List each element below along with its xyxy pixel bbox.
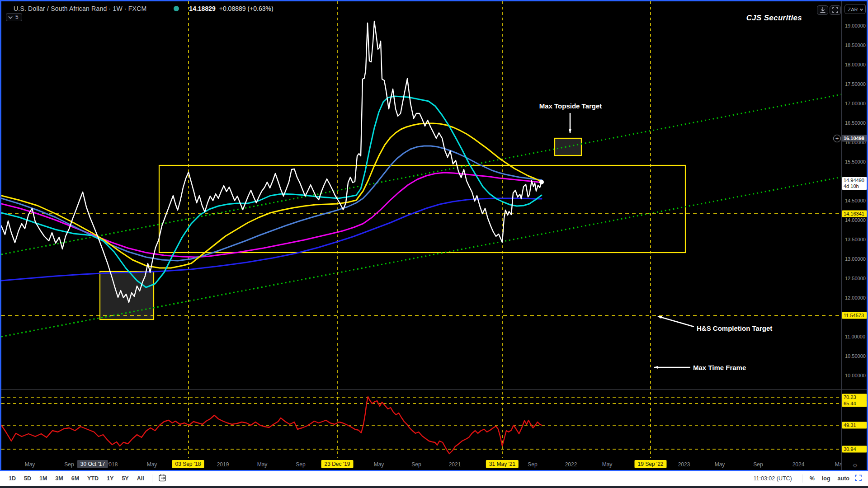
price-tick: 10.50000	[845, 353, 866, 359]
sun-icon: ☼	[852, 461, 859, 469]
symbol-header: U.S. Dollar / South African Rand · 1W · …	[14, 4, 274, 14]
calendar-arrow-icon	[159, 474, 167, 482]
max-time-frame-label: Max Time Frame	[693, 364, 746, 371]
price-label-badge: 65.44	[842, 400, 867, 407]
time-tick: 2019	[217, 461, 229, 468]
fullscreen-button[interactable]	[830, 5, 841, 15]
time-tick: May	[257, 461, 268, 468]
range-button-1y[interactable]: 1Y	[103, 474, 118, 483]
fullscreen-icon	[832, 7, 838, 13]
time-tick: 2021	[449, 461, 461, 468]
price-label-badge: 11.54573	[842, 312, 867, 319]
price-tick: 14.50000	[845, 198, 866, 203]
max-topside-target-label: Max Topside Target	[539, 102, 602, 110]
toolbar-divider	[802, 474, 802, 483]
time-tick: Sep	[753, 461, 763, 468]
time-tick: Ma	[835, 461, 841, 468]
price-tick: 19.00000	[845, 23, 866, 28]
price-tick: 15.50000	[845, 159, 866, 164]
price-tick: 16.50000	[845, 120, 866, 126]
collapsed-indicators-legend[interactable]: 5	[6, 13, 22, 21]
price-tick: 12.50000	[845, 276, 866, 281]
time-tick: Sep	[296, 461, 305, 468]
range-button-1d[interactable]: 1D	[5, 474, 20, 483]
price-tick: 18.00000	[845, 62, 866, 67]
hs-completion-target-arrow	[658, 316, 694, 327]
price-line	[1, 21, 542, 302]
time-tick: May	[374, 461, 384, 468]
time-tick: Sep	[411, 461, 421, 468]
chart-series	[1, 21, 544, 454]
range-button-1m[interactable]: 1M	[35, 474, 51, 483]
market-status-icon[interactable]	[174, 6, 179, 11]
price-tick: 13.00000	[845, 256, 866, 262]
range-button-6m[interactable]: 6M	[67, 474, 83, 483]
range-button-ytd[interactable]: YTD	[83, 474, 103, 483]
date-label-badge: 30 Oct '17	[77, 460, 108, 468]
download-image-button[interactable]	[817, 5, 828, 15]
axis-settings-sun-icon[interactable]: ☼	[841, 458, 868, 471]
price-tick: 12.00000	[845, 295, 866, 300]
log-scale-toggle[interactable]: log	[818, 474, 834, 483]
maximize-pane-button[interactable]	[853, 474, 863, 484]
range-button-all[interactable]: All	[133, 474, 148, 483]
utc-clock[interactable]: 11:03:02 (UTC)	[754, 475, 792, 482]
broker-watermark: CJS Securities	[746, 14, 802, 23]
bottom-toolbar: 1D5D1M3M6MYTD1Y5YAll 11:03:02 (UTC) % lo…	[0, 471, 868, 486]
price-change: +0.08889 (+0.63%)	[219, 5, 274, 12]
symbol-title[interactable]: U.S. Dollar / South African Rand · 1W · …	[14, 5, 146, 12]
price-tick: 17.00000	[845, 101, 866, 106]
chart-area: Max Topside TargetH&S Completion TargetM…	[0, 0, 868, 471]
chart-canvas[interactable]: Max Topside TargetH&S Completion TargetM…	[1, 1, 867, 470]
price-label-badge: 14.944904d 10h	[842, 177, 867, 190]
auto-scale-toggle[interactable]: auto	[834, 474, 853, 483]
time-tick: Sep	[64, 461, 74, 468]
yellow-rectangle-drawing	[555, 138, 581, 155]
range-button-3m[interactable]: 3M	[51, 474, 67, 483]
date-label-badge: 23 Dec '19	[321, 460, 354, 468]
date-label-badge: 03 Sep '18	[172, 460, 204, 468]
price-label-badge: 30.94	[842, 446, 867, 453]
date-label-badge: 19 Sep '22	[634, 460, 666, 468]
chevron-down-icon	[8, 14, 13, 19]
price-label-badge: 70.23	[842, 394, 867, 401]
chevron-down-icon	[859, 8, 863, 11]
tradingview-chart-window: Max Topside TargetH&S Completion TargetM…	[0, 0, 868, 488]
price-tick: 14.00000	[845, 217, 866, 223]
time-tick: Sep	[528, 461, 537, 468]
date-range-buttons: 1D5D1M3M6MYTD1Y5YAll	[5, 474, 148, 483]
price-tick: 10.00000	[845, 373, 866, 378]
corner-brackets-icon	[855, 474, 862, 481]
time-tick: 2023	[678, 461, 690, 468]
price-tick: 18.50000	[845, 42, 866, 48]
price-tick: 11.00000	[845, 334, 865, 339]
percent-scale-toggle[interactable]: %	[806, 474, 818, 483]
time-tick: May	[602, 461, 613, 468]
time-tick: May	[715, 461, 725, 468]
currency-toggle-button[interactable]: ZAR	[844, 5, 866, 14]
time-tick: 2022	[565, 461, 577, 468]
last-price-dot	[539, 180, 544, 184]
range-button-5d[interactable]: 5D	[20, 474, 35, 483]
price-label-badge: 14.16341	[842, 211, 867, 217]
range-button-5y[interactable]: 5Y	[118, 474, 132, 483]
price-axis[interactable]: ZAR 19.5000019.0000018.5000018.0000017.5…	[841, 1, 867, 458]
last-price: 14.18829	[189, 5, 215, 12]
toolbar-divider	[152, 474, 152, 483]
price-tick: 17.50000	[845, 81, 866, 87]
time-tick: May	[147, 461, 157, 468]
steelblue-ma-line	[1, 146, 542, 261]
go-to-date-button[interactable]	[156, 473, 170, 484]
price-label-badge: 49.31	[842, 422, 867, 429]
download-icon	[820, 7, 826, 13]
add-alert-plus-icon[interactable]: +	[833, 135, 841, 142]
toolbar-right-group: 11:03:02 (UTC) % log auto	[754, 474, 863, 484]
price-tick: 13.50000	[845, 237, 866, 242]
indicator-count: 5	[15, 14, 19, 20]
date-label-badge: 31 May '21	[486, 460, 519, 468]
price-label-badge: 16.10498	[842, 135, 867, 142]
hs-completion-target-label: H&S Completion Target	[697, 324, 772, 332]
time-axis[interactable]: MaySep2018May2019MaySepMaySep2021Sep2022…	[1, 458, 841, 471]
currency-label: ZAR	[848, 7, 858, 12]
bottom-edge-strip	[0, 486, 868, 488]
